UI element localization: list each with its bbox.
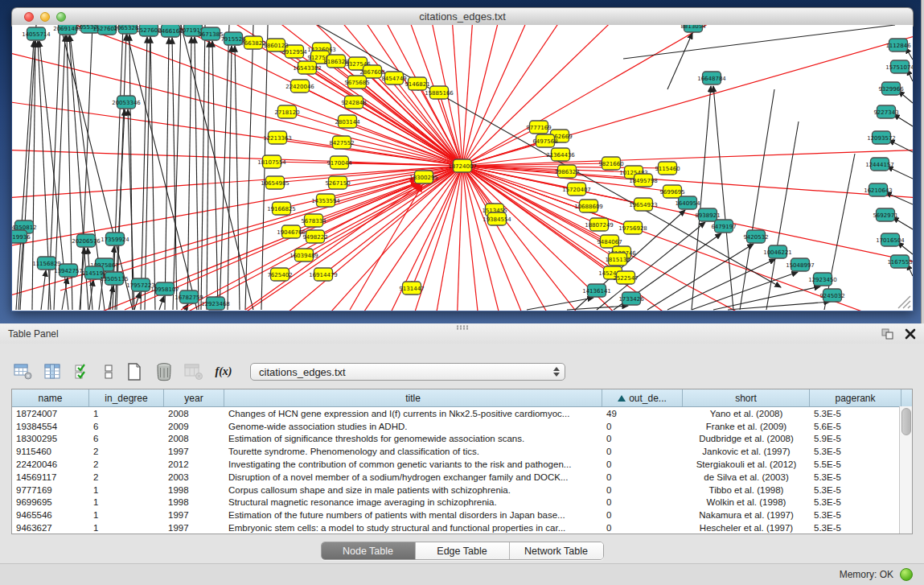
zoom-window-icon[interactable]: [56, 12, 66, 22]
network-node[interactable]: 1167553: [887, 255, 912, 268]
network-node[interactable]: 9146821: [405, 77, 429, 90]
network-node[interactable]: 14055714: [22, 27, 51, 40]
table-cell[interactable]: 2: [89, 447, 164, 456]
table-row[interactable]: 2242004622012Investigating the contribut…: [12, 458, 912, 471]
table-cell[interactable]: 0: [602, 485, 683, 495]
table-cell[interactable]: 9115460: [12, 447, 89, 456]
network-node[interactable]: 15720407: [562, 183, 591, 196]
table-cell[interactable]: 2012: [164, 459, 224, 469]
network-node[interactable]: 15751074: [885, 60, 913, 73]
table-cell[interactable]: 0: [602, 510, 683, 520]
network-node[interactable]: 5692971: [873, 208, 897, 221]
table-cell[interactable]: Structural magnetic resonance image aver…: [224, 497, 602, 507]
table-cell[interactable]: 5.3E-5: [810, 472, 901, 482]
network-node[interactable]: 9115460: [655, 162, 680, 175]
table-cell[interactable]: Yano et al. (2008): [683, 409, 810, 418]
network-node[interactable]: 12923468: [201, 297, 230, 310]
network-node[interactable]: 9170044: [326, 156, 352, 169]
close-window-icon[interactable]: [24, 12, 34, 22]
column-header-title[interactable]: title: [224, 389, 602, 406]
table-settings-icon[interactable]: [13, 362, 34, 381]
network-node[interactable]: 1640954: [675, 196, 700, 209]
table-cell[interactable]: 1: [89, 510, 164, 520]
network-node[interactable]: 8454749: [381, 72, 406, 84]
merge-rows-icon[interactable]: [102, 362, 115, 381]
network-node[interactable]: 19756928: [618, 221, 647, 234]
table-row[interactable]: 1830029562008Estimation of significance …: [12, 433, 912, 446]
network-node[interactable]: 8938921: [695, 208, 720, 221]
network-node[interactable]: 9821660: [598, 157, 623, 170]
table-cell[interactable]: 2: [89, 472, 164, 482]
table-cell[interactable]: 14569117: [12, 472, 89, 482]
network-node[interactable]: 12444157: [865, 158, 894, 171]
table-cell[interactable]: Jankovic et al. (1997): [683, 447, 810, 456]
citation-network-graph[interactable]: 1830029589129541422606391275081654338281…: [12, 25, 913, 311]
table-cell[interactable]: 19384554: [12, 422, 89, 431]
network-node[interactable]: 9420532: [743, 230, 768, 243]
table-cell[interactable]: 5.3E-5: [810, 409, 901, 418]
table-cell[interactable]: 1997: [164, 447, 224, 456]
network-canvas[interactable]: 1830029589129541422606391275081654338281…: [12, 25, 913, 311]
table-cell[interactable]: 0: [602, 472, 683, 482]
network-node[interactable]: 6497568: [532, 134, 557, 147]
table-cell[interactable]: 49: [602, 409, 683, 418]
table-cell[interactable]: 0: [602, 497, 683, 507]
network-node[interactable]: 9671385: [198, 27, 223, 40]
table-cell[interactable]: 18300295: [12, 434, 89, 443]
table-cell[interactable]: 1997: [164, 523, 224, 533]
column-header-in_degree[interactable]: in_degree: [89, 389, 164, 406]
table-row[interactable]: 969969511998Structural magnetic resonanc…: [12, 496, 912, 509]
tab-network-table[interactable]: Network Table: [510, 542, 603, 559]
table-cell[interactable]: Estimation of significance thresholds fo…: [224, 434, 602, 443]
network-node[interactable]: 15048997: [786, 258, 815, 271]
table-cell[interactable]: 2008: [164, 409, 224, 418]
network-node[interactable]: 9242848: [341, 96, 366, 109]
network-window-titlebar[interactable]: citations_edges.txt: [11, 7, 914, 27]
network-node[interactable]: 1112846: [885, 39, 911, 51]
scrollbar-thumb[interactable]: [901, 408, 911, 435]
table-cell[interactable]: Corpus callosum shape and size in male p…: [224, 485, 602, 495]
network-node[interactable]: 21364436: [546, 148, 575, 161]
column-header-out_de[interactable]: out_de...: [602, 389, 683, 406]
network-node[interactable]: 17359924: [101, 233, 129, 245]
tab-node-table[interactable]: Node Table: [322, 542, 416, 559]
table-cell[interactable]: 2009: [164, 422, 224, 431]
network-node[interactable]: 7915526: [220, 32, 246, 45]
table-cell[interactable]: 2008: [164, 434, 224, 443]
table-row[interactable]: 1456911722003Disruption of a novel membe…: [12, 471, 912, 484]
network-node[interactable]: 12213363: [263, 131, 292, 144]
network-node[interactable]: 6479197: [711, 220, 736, 233]
column-header-short[interactable]: short: [683, 389, 810, 406]
network-node[interactable]: 8427552: [329, 136, 354, 149]
network-node[interactable]: 12093572: [867, 131, 896, 144]
table-row[interactable]: 977716911998Corpus callosum shape and si…: [12, 484, 912, 496]
table-vertical-scrollbar[interactable]: [899, 406, 912, 534]
table-cell[interactable]: 0: [602, 447, 683, 456]
column-header-year[interactable]: year: [164, 389, 224, 406]
network-node[interactable]: 10688609: [574, 200, 603, 212]
network-node[interactable]: 9245032: [819, 289, 844, 302]
table-select-dropdown[interactable]: citations_edges.txt: [250, 363, 565, 381]
table-row[interactable]: 946554611997Estimation of the future num…: [12, 509, 912, 521]
network-node[interactable]: 9498222: [302, 230, 327, 243]
network-node[interactable]: 18107554: [257, 155, 286, 168]
table-cell[interactable]: 1: [89, 497, 164, 507]
new-table-icon[interactable]: [124, 362, 145, 381]
table-cell[interactable]: Nakamura et al. (1997): [683, 510, 810, 520]
network-node[interactable]: 5678334: [301, 214, 326, 227]
table-cell[interactable]: 0: [602, 434, 683, 443]
table-cell[interactable]: Embryonic stem cells: a model to study s…: [224, 523, 602, 533]
network-node[interactable]: 12923450: [808, 273, 837, 286]
table-cell[interactable]: Dudbridge et al. (2008): [683, 434, 810, 443]
table-cell[interactable]: 1998: [164, 497, 224, 507]
table-cell[interactable]: Franke et al. (2009): [683, 422, 810, 431]
column-header-pagerank[interactable]: pagerank: [810, 389, 901, 406]
table-cell[interactable]: Stergiakouli et al. (2012): [683, 459, 810, 469]
table-cell[interactable]: Tourette syndrome. Phenomenology and cla…: [224, 447, 602, 456]
panel-drag-handle-icon[interactable]: [456, 325, 469, 330]
table-cell[interactable]: 2003: [164, 472, 224, 482]
column-chooser-icon[interactable]: [43, 362, 64, 381]
table-cell[interactable]: Genome-wide association studies in ADHD.: [224, 422, 602, 431]
table-row[interactable]: 1938455462009Genome-wide association stu…: [12, 420, 912, 433]
network-node[interactable]: 7986322: [554, 165, 579, 178]
